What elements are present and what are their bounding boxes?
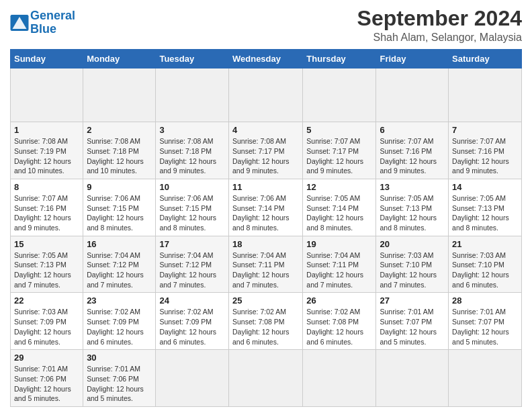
header-saturday: Saturday bbox=[449, 50, 522, 68]
title-area: September 2024 Shah Alam, Selangor, Mala… bbox=[357, 7, 522, 44]
table-row: 16Sunrise: 7:04 AMSunset: 7:12 PMDayligh… bbox=[83, 236, 156, 293]
table-row bbox=[449, 350, 522, 407]
day-number: 10 bbox=[159, 182, 225, 192]
day-number: 15 bbox=[14, 239, 79, 249]
table-row: 19Sunrise: 7:04 AMSunset: 7:11 PMDayligh… bbox=[303, 236, 376, 293]
logo-general: General bbox=[30, 9, 75, 22]
table-row: 18Sunrise: 7:04 AMSunset: 7:11 PMDayligh… bbox=[228, 236, 302, 293]
day-info: Sunrise: 7:03 AMSunset: 7:10 PMDaylight:… bbox=[452, 250, 518, 290]
table-row bbox=[156, 350, 229, 407]
day-number: 6 bbox=[380, 125, 445, 135]
table-row bbox=[228, 68, 302, 122]
day-number: 14 bbox=[452, 182, 518, 192]
day-info: Sunrise: 7:03 AMSunset: 7:09 PMDaylight:… bbox=[14, 307, 79, 347]
header-tuesday: Tuesday bbox=[156, 50, 229, 68]
day-number: 4 bbox=[232, 125, 299, 135]
day-number: 13 bbox=[380, 182, 445, 192]
logo: General Blue bbox=[10, 9, 75, 36]
day-info: Sunrise: 7:08 AMSunset: 7:18 PMDaylight:… bbox=[87, 136, 152, 176]
table-row bbox=[11, 68, 83, 122]
day-number: 7 bbox=[452, 125, 518, 135]
day-info: Sunrise: 7:02 AMSunset: 7:09 PMDaylight:… bbox=[87, 307, 152, 347]
table-row: 9Sunrise: 7:06 AMSunset: 7:15 PMDaylight… bbox=[83, 179, 156, 236]
header-monday: Monday bbox=[83, 50, 156, 68]
logo-blue: Blue bbox=[30, 22, 56, 36]
table-row: 5Sunrise: 7:07 AMSunset: 7:17 PMDaylight… bbox=[303, 122, 376, 179]
table-row: 8Sunrise: 7:07 AMSunset: 7:16 PMDaylight… bbox=[11, 179, 83, 236]
header-friday: Friday bbox=[376, 50, 449, 68]
day-number: 16 bbox=[87, 239, 152, 249]
table-row: 24Sunrise: 7:02 AMSunset: 7:09 PMDayligh… bbox=[156, 293, 229, 350]
table-row: 4Sunrise: 7:08 AMSunset: 7:17 PMDaylight… bbox=[228, 122, 302, 179]
day-info: Sunrise: 7:03 AMSunset: 7:10 PMDaylight:… bbox=[380, 250, 445, 290]
day-info: Sunrise: 7:04 AMSunset: 7:12 PMDaylight:… bbox=[159, 250, 225, 290]
day-info: Sunrise: 7:05 AMSunset: 7:14 PMDaylight:… bbox=[306, 193, 372, 233]
table-row: 17Sunrise: 7:04 AMSunset: 7:12 PMDayligh… bbox=[156, 236, 229, 293]
day-info: Sunrise: 7:08 AMSunset: 7:18 PMDaylight:… bbox=[159, 136, 225, 176]
header-sunday: Sunday bbox=[11, 50, 83, 68]
day-info: Sunrise: 7:07 AMSunset: 7:16 PMDaylight:… bbox=[14, 193, 79, 233]
day-number: 23 bbox=[87, 295, 152, 306]
day-number: 3 bbox=[159, 125, 225, 135]
header-thursday: Thursday bbox=[303, 50, 376, 68]
table-row bbox=[83, 68, 156, 122]
day-number: 29 bbox=[14, 353, 79, 363]
calendar-week-row: 1Sunrise: 7:08 AMSunset: 7:19 PMDaylight… bbox=[11, 122, 522, 179]
day-number: 11 bbox=[232, 182, 299, 192]
table-row bbox=[449, 68, 522, 122]
table-row: 28Sunrise: 7:01 AMSunset: 7:07 PMDayligh… bbox=[449, 293, 522, 350]
table-row: 27Sunrise: 7:01 AMSunset: 7:07 PMDayligh… bbox=[376, 293, 449, 350]
day-info: Sunrise: 7:07 AMSunset: 7:16 PMDaylight:… bbox=[380, 136, 445, 176]
table-row: 20Sunrise: 7:03 AMSunset: 7:10 PMDayligh… bbox=[376, 236, 449, 293]
day-number: 24 bbox=[159, 295, 225, 306]
header: General Blue September 2024 Shah Alam, S… bbox=[10, 7, 522, 44]
header-wednesday: Wednesday bbox=[228, 50, 302, 68]
calendar-week-row: 15Sunrise: 7:05 AMSunset: 7:13 PMDayligh… bbox=[11, 236, 522, 293]
day-info: Sunrise: 7:04 AMSunset: 7:12 PMDaylight:… bbox=[87, 250, 152, 290]
day-info: Sunrise: 7:08 AMSunset: 7:17 PMDaylight:… bbox=[232, 136, 299, 176]
day-info: Sunrise: 7:05 AMSunset: 7:13 PMDaylight:… bbox=[452, 193, 518, 233]
day-number: 19 bbox=[306, 239, 372, 249]
calendar-week-row: 29Sunrise: 7:01 AMSunset: 7:06 PMDayligh… bbox=[11, 350, 522, 407]
day-number: 22 bbox=[14, 295, 79, 306]
day-info: Sunrise: 7:06 AMSunset: 7:15 PMDaylight:… bbox=[159, 193, 225, 233]
day-info: Sunrise: 7:02 AMSunset: 7:08 PMDaylight:… bbox=[232, 307, 299, 347]
month-title: September 2024 bbox=[357, 7, 522, 30]
location: Shah Alam, Selangor, Malaysia bbox=[357, 32, 522, 44]
day-number: 2 bbox=[87, 125, 152, 135]
table-row: 25Sunrise: 7:02 AMSunset: 7:08 PMDayligh… bbox=[228, 293, 302, 350]
table-row bbox=[376, 350, 449, 407]
day-number: 18 bbox=[232, 239, 299, 249]
table-row: 2Sunrise: 7:08 AMSunset: 7:18 PMDaylight… bbox=[83, 122, 156, 179]
table-row: 30Sunrise: 7:01 AMSunset: 7:06 PMDayligh… bbox=[83, 350, 156, 407]
day-number: 1 bbox=[14, 125, 79, 135]
table-row: 11Sunrise: 7:06 AMSunset: 7:14 PMDayligh… bbox=[228, 179, 302, 236]
day-info: Sunrise: 7:02 AMSunset: 7:09 PMDaylight:… bbox=[159, 307, 225, 347]
day-info: Sunrise: 7:06 AMSunset: 7:14 PMDaylight:… bbox=[232, 193, 299, 233]
table-row: 15Sunrise: 7:05 AMSunset: 7:13 PMDayligh… bbox=[11, 236, 83, 293]
day-number: 30 bbox=[87, 353, 152, 363]
day-number: 21 bbox=[452, 239, 518, 249]
table-row bbox=[303, 350, 376, 407]
day-info: Sunrise: 7:02 AMSunset: 7:08 PMDaylight:… bbox=[306, 307, 372, 347]
table-row: 21Sunrise: 7:03 AMSunset: 7:10 PMDayligh… bbox=[449, 236, 522, 293]
table-row: 7Sunrise: 7:07 AMSunset: 7:16 PMDaylight… bbox=[449, 122, 522, 179]
logo-icon bbox=[10, 15, 29, 31]
table-row: 3Sunrise: 7:08 AMSunset: 7:18 PMDaylight… bbox=[156, 122, 229, 179]
table-row: 26Sunrise: 7:02 AMSunset: 7:08 PMDayligh… bbox=[303, 293, 376, 350]
day-number: 8 bbox=[14, 182, 79, 192]
calendar-week-row bbox=[11, 68, 522, 122]
calendar-week-row: 22Sunrise: 7:03 AMSunset: 7:09 PMDayligh… bbox=[11, 293, 522, 350]
table-row: 6Sunrise: 7:07 AMSunset: 7:16 PMDaylight… bbox=[376, 122, 449, 179]
day-number: 27 bbox=[380, 295, 445, 306]
day-info: Sunrise: 7:04 AMSunset: 7:11 PMDaylight:… bbox=[232, 250, 299, 290]
day-info: Sunrise: 7:01 AMSunset: 7:06 PMDaylight:… bbox=[14, 364, 79, 404]
day-number: 26 bbox=[306, 295, 372, 306]
day-info: Sunrise: 7:06 AMSunset: 7:15 PMDaylight:… bbox=[87, 193, 152, 233]
table-row: 13Sunrise: 7:05 AMSunset: 7:13 PMDayligh… bbox=[376, 179, 449, 236]
day-info: Sunrise: 7:05 AMSunset: 7:13 PMDaylight:… bbox=[380, 193, 445, 233]
day-info: Sunrise: 7:01 AMSunset: 7:06 PMDaylight:… bbox=[87, 364, 152, 404]
day-info: Sunrise: 7:07 AMSunset: 7:17 PMDaylight:… bbox=[306, 136, 372, 176]
table-row bbox=[156, 68, 229, 122]
day-number: 17 bbox=[159, 239, 225, 249]
